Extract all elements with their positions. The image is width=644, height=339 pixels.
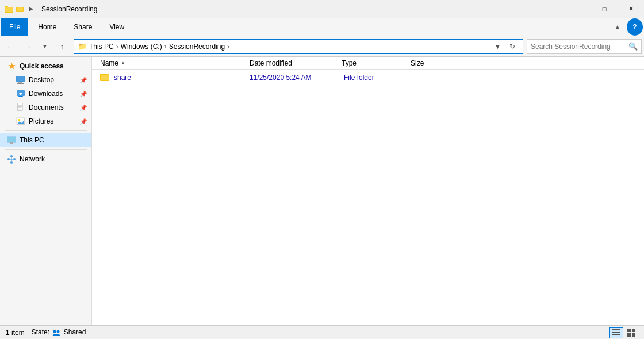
file-type: File folder (344, 74, 413, 82)
sidebar-item-desktop[interactable]: Desktop 📌 (0, 73, 91, 87)
path-sep-2: › (164, 43, 167, 51)
desktop-label: Desktop (29, 76, 54, 84)
tab-file[interactable]: File (1, 18, 28, 36)
col-header-name[interactable]: Name ▲ (98, 59, 247, 67)
svg-rect-6 (16, 76, 25, 82)
address-folder-icon: 📁 (78, 42, 87, 51)
pictures-label: Pictures (29, 117, 53, 125)
shared-icon (52, 329, 60, 337)
svg-rect-11 (18, 96, 23, 97)
quick-access-icon: ★ (7, 61, 16, 71)
svg-rect-22 (7, 137, 16, 142)
state-label: State: Shared (32, 328, 86, 337)
title-bar: SessionRecording – □ ✕ (0, 0, 644, 18)
path-this-pc[interactable]: This PC (89, 43, 114, 51)
this-pc-icon (7, 136, 16, 145)
back-button[interactable]: ← (2, 38, 18, 55)
ribbon-collapse-icon[interactable]: ▲ (610, 18, 626, 36)
tab-share[interactable]: Share (65, 18, 101, 36)
help-button[interactable]: ? (627, 18, 643, 36)
col-header-type[interactable]: Type (339, 59, 408, 67)
svg-rect-24 (9, 144, 14, 144)
sidebar-item-pictures[interactable]: Pictures 📌 (0, 114, 91, 128)
maximize-button[interactable]: □ (591, 0, 618, 18)
sidebar-item-downloads[interactable]: Downloads 📌 (0, 87, 91, 101)
svg-rect-4 (17, 7, 23, 11)
svg-rect-42 (627, 333, 631, 337)
svg-marker-5 (29, 7, 33, 11)
pictures-icon (16, 117, 25, 126)
svg-point-25 (10, 161, 13, 164)
sidebar-divider-1 (5, 130, 87, 131)
file-area: Name ▲ Date modified Type Size (92, 57, 644, 325)
path-sep-3: › (227, 43, 229, 51)
svg-point-35 (53, 330, 56, 333)
address-bar[interactable]: 📁 This PC › Windows (C:) › SessionRecord… (74, 39, 523, 54)
sidebar-item-documents[interactable]: Documents 📌 (0, 101, 91, 114)
quick-access-label: Quick access (20, 62, 64, 70)
col-header-date[interactable]: Date modified (247, 59, 339, 67)
svg-point-36 (57, 330, 60, 333)
up-button[interactable]: ↑ (54, 38, 70, 55)
svg-rect-34 (101, 75, 109, 80)
tab-home[interactable]: Home (29, 18, 65, 36)
tab-view[interactable]: View (101, 18, 133, 36)
svg-rect-43 (632, 333, 635, 337)
svg-rect-39 (612, 334, 620, 335)
search-input[interactable] (531, 43, 626, 51)
col-name-label: Name (100, 59, 118, 67)
ribbon-tabs: File Home Share View ▲ ? (0, 18, 644, 36)
file-list: share 11/25/2020 5:24 AM File folder (92, 70, 644, 325)
downloads-icon (16, 89, 25, 98)
title-bar-controls: – □ ✕ (565, 0, 644, 18)
status-bar: 1 item State: Shared (0, 325, 644, 339)
large-icons-view-button[interactable] (624, 327, 638, 338)
file-folder-icon (100, 72, 110, 83)
svg-rect-38 (612, 332, 620, 333)
svg-rect-7 (18, 82, 22, 83)
path-sep-1: › (116, 43, 118, 51)
svg-point-27 (13, 158, 16, 160)
col-date-label: Date modified (250, 59, 292, 67)
sidebar-divider-2 (5, 149, 87, 150)
title-arrow-icon (26, 5, 36, 14)
col-size-label: Size (411, 59, 424, 67)
sidebar-quick-access[interactable]: ★ Quick access (0, 59, 91, 73)
svg-point-28 (10, 155, 13, 157)
address-dropdown-button[interactable]: ▼ (492, 40, 503, 53)
file-name-text: share (114, 74, 131, 82)
search-icon: 🔍 (628, 42, 638, 51)
svg-rect-23 (10, 142, 13, 144)
svg-rect-40 (627, 329, 631, 332)
svg-rect-37 (612, 329, 620, 330)
network-label: Network (20, 155, 45, 163)
recent-locations-button[interactable]: ▼ (37, 38, 53, 55)
ribbon: File Home Share View ▲ ? (0, 18, 644, 36)
file-name: share (100, 72, 247, 83)
forward-button[interactable]: → (20, 38, 36, 55)
col-header-size[interactable]: Size (408, 59, 466, 67)
title-small-icon (16, 5, 24, 13)
close-button[interactable]: ✕ (618, 0, 644, 18)
sidebar-item-network[interactable]: Network (0, 152, 91, 166)
title-bar-icons (5, 5, 36, 14)
title-folder-icon (5, 5, 14, 14)
path-sessionrecording[interactable]: SessionRecording (169, 43, 225, 51)
minimize-button[interactable]: – (565, 0, 591, 18)
downloads-pin-icon: 📌 (80, 91, 87, 97)
svg-point-19 (18, 119, 20, 121)
table-row[interactable]: share 11/25/2020 5:24 AM File folder (92, 71, 644, 84)
details-view-button[interactable] (610, 327, 623, 338)
pictures-pin-icon: 📌 (80, 118, 87, 125)
network-icon (7, 155, 16, 164)
address-path: This PC › Windows (C:) › SessionRecordin… (89, 43, 489, 51)
documents-pin-icon: 📌 (80, 105, 87, 111)
nav-bar: ← → ▼ ↑ 📁 This PC › Windows (C:) › Sessi… (0, 36, 644, 57)
address-refresh-button[interactable]: ↻ (505, 40, 519, 53)
svg-rect-2 (5, 7, 13, 12)
desktop-pin-icon: 📌 (80, 77, 87, 83)
svg-rect-41 (632, 329, 635, 332)
path-windows[interactable]: Windows (C:) (121, 43, 162, 51)
documents-label: Documents (29, 103, 64, 111)
sidebar-item-this-pc[interactable]: This PC (0, 133, 91, 147)
